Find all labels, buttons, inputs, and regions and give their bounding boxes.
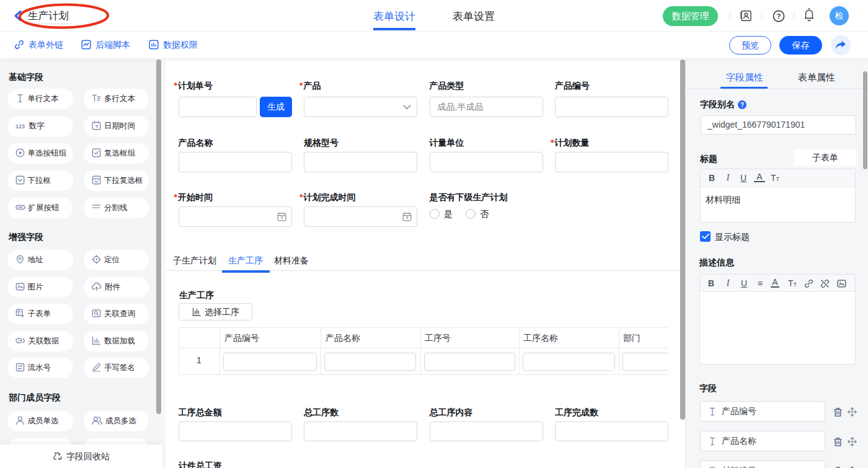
- svg-text:?: ?: [776, 12, 781, 20]
- svg-text:?: ?: [740, 102, 744, 108]
- svg-text:123: 123: [16, 123, 25, 130]
